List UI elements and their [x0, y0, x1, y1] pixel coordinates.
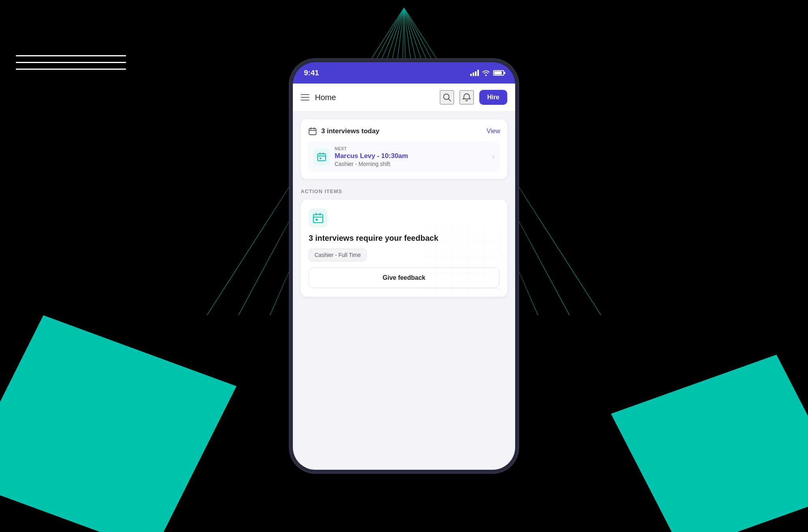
svg-line-29 [452, 226, 507, 265]
svg-rect-24 [320, 158, 321, 159]
signal-icon [470, 70, 479, 76]
interviews-today-card: 3 interviews today View [301, 119, 507, 179]
next-interview-calendar-icon [313, 149, 330, 165]
main-content: 3 interviews today View [293, 112, 515, 305]
phone-frame: 9:41 [290, 59, 518, 473]
svg-rect-47 [316, 219, 318, 221]
svg-rect-20 [318, 154, 326, 161]
status-time: 9:41 [304, 69, 319, 77]
battery-icon [493, 70, 504, 76]
next-label: NEXT [335, 146, 488, 151]
feedback-role-tag: Cashier - Full Time [309, 249, 367, 261]
card-header-left: 3 interviews today [308, 126, 379, 136]
search-button[interactable] [440, 90, 454, 104]
next-interview-name: Marcus Levy - 10:30am [335, 152, 488, 160]
next-interview-info: NEXT Marcus Levy - 10:30am Cashier - Mor… [335, 146, 488, 167]
calendar-icon-small [308, 126, 317, 136]
next-interview-row[interactable]: NEXT Marcus Levy - 10:30am Cashier - Mor… [308, 141, 500, 172]
give-feedback-button[interactable]: Give feedback [309, 268, 499, 288]
teal-shape-left [0, 315, 236, 532]
phone-device: 9:41 [290, 59, 518, 473]
next-interview-role: Cashier - Morning shift [335, 161, 488, 167]
feedback-card: 3 interviews require your feedback Cashi… [301, 200, 507, 297]
notifications-button[interactable] [460, 90, 474, 104]
chevron-right-icon: › [492, 153, 495, 161]
svg-rect-43 [313, 214, 323, 223]
feedback-title: 3 interviews require your feedback [309, 233, 499, 243]
wifi-icon [482, 70, 490, 76]
section-label: ACTION ITEMS [301, 188, 507, 194]
interviews-count-text: 3 interviews today [321, 127, 379, 135]
hire-button[interactable]: Hire [479, 90, 507, 105]
app-content: Home Hire [293, 84, 515, 470]
hamburger-menu-button[interactable] [301, 94, 309, 100]
action-items-section: ACTION ITEMS [301, 188, 507, 297]
page-title: Home [315, 93, 336, 102]
white-lines-decoration [16, 55, 126, 70]
card-header: 3 interviews today View [308, 126, 500, 136]
nav-bar: Home Hire [293, 84, 515, 112]
nav-left: Home [301, 93, 336, 102]
svg-line-15 [448, 99, 451, 101]
teal-shape-right [611, 355, 808, 532]
nav-right: Hire [440, 90, 507, 105]
status-bar: 9:41 [293, 62, 515, 84]
view-link[interactable]: View [487, 128, 500, 135]
status-icons [470, 70, 504, 76]
svg-rect-16 [309, 128, 316, 135]
feedback-calendar-icon [309, 208, 328, 227]
